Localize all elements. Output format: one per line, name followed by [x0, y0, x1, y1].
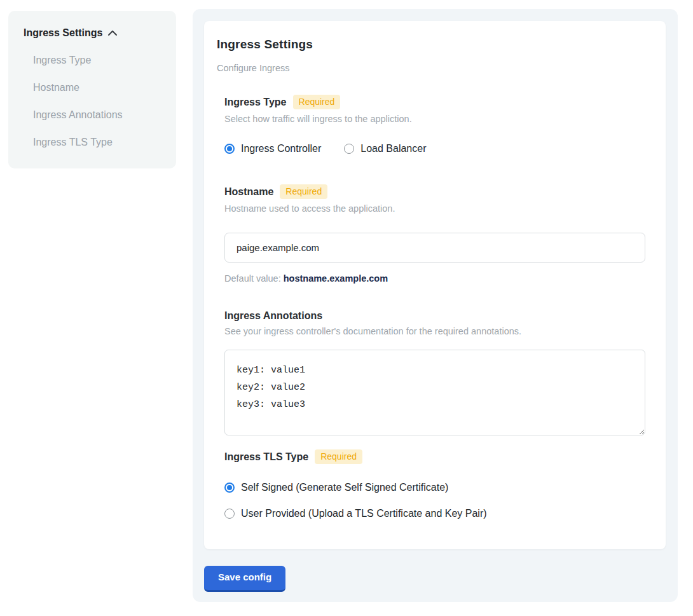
ingress-settings-card: Ingress Settings Configure Ingress Ingre… [204, 21, 666, 549]
radio-option-ingress-controller[interactable]: Ingress Controller [224, 143, 321, 154]
section-hostname: Hostname Required Hostname used to acces… [217, 184, 645, 284]
hostname-label: Hostname [224, 186, 273, 198]
ingress-annotations-textarea[interactable]: key1: value1 key2: value2 key3: value3 [224, 350, 645, 435]
radio-button-icon[interactable] [224, 509, 235, 519]
radio-label: Ingress Controller [241, 143, 321, 154]
ingress-type-label: Ingress Type [224, 97, 287, 108]
page-title: Ingress Settings [217, 38, 645, 51]
section-ingress-annotations: Ingress Annotations See your ingress con… [217, 310, 645, 435]
radio-option-load-balancer[interactable]: Load Balancer [344, 143, 426, 154]
radio-button-icon[interactable] [224, 483, 235, 493]
ingress-type-description: Select how traffic will ingress to the a… [224, 114, 645, 124]
default-value-prefix: Default value: [224, 273, 284, 284]
sidebar-item-ingress-tls-type[interactable]: Ingress TLS Type [24, 137, 161, 148]
sidebar-section-title: Ingress Settings [24, 27, 102, 39]
ingress-tls-radio-group: Self Signed (Generate Self Signed Certif… [224, 482, 645, 519]
sidebar-item-hostname[interactable]: Hostname [24, 82, 161, 93]
radio-option-self-signed[interactable]: Self Signed (Generate Self Signed Certif… [224, 482, 645, 493]
sidebar-item-ingress-annotations[interactable]: Ingress Annotations [24, 109, 161, 121]
sidebar-section-toggle[interactable]: Ingress Settings [24, 27, 161, 39]
required-badge: Required [315, 449, 362, 464]
hostname-description: Hostname used to access the application. [224, 203, 645, 214]
settings-panel: Ingress Settings Configure Ingress Ingre… [193, 9, 678, 602]
radio-button-icon[interactable] [344, 144, 354, 154]
settings-sidebar: Ingress Settings Ingress Type Hostname I… [8, 11, 176, 168]
hostname-input[interactable] [224, 233, 645, 263]
required-badge: Required [280, 184, 327, 199]
required-badge: Required [293, 95, 341, 109]
sidebar-items: Ingress Type Hostname Ingress Annotation… [24, 55, 161, 148]
ingress-tls-type-label: Ingress TLS Type [224, 451, 308, 463]
chevron-up-icon [107, 30, 118, 36]
section-ingress-tls-type: Ingress TLS Type Required Self Signed (G… [217, 449, 645, 519]
sidebar-item-ingress-type[interactable]: Ingress Type [24, 55, 161, 66]
radio-label: User Provided (Upload a TLS Certificate … [241, 508, 487, 519]
hostname-default-line: Default value: hostname.example.com [224, 273, 645, 284]
radio-button-icon[interactable] [224, 144, 235, 154]
radio-option-user-provided[interactable]: User Provided (Upload a TLS Certificate … [224, 508, 645, 519]
ingress-annotations-description: See your ingress controller's documentat… [224, 326, 645, 336]
section-ingress-type: Ingress Type Required Select how traffic… [217, 95, 645, 154]
page-subtitle: Configure Ingress [217, 63, 645, 73]
ingress-type-radio-group: Ingress Controller Load Balancer [224, 143, 645, 154]
radio-label: Self Signed (Generate Self Signed Certif… [241, 482, 448, 493]
radio-label: Load Balancer [360, 143, 426, 154]
ingress-annotations-label: Ingress Annotations [224, 310, 322, 322]
save-config-button[interactable]: Save config [204, 566, 285, 592]
default-value-text: hostname.example.com [284, 273, 388, 284]
